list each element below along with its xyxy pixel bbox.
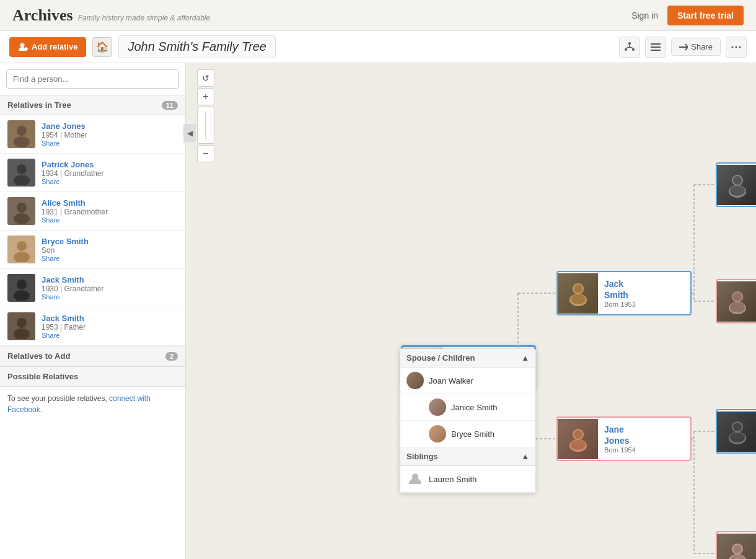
relative-info: Jane Jones 1954 | Mother Share (42, 121, 178, 147)
relatives-count-badge: 11 (162, 101, 178, 110)
relative-name[interactable]: Jack Smith (42, 314, 178, 323)
home-button[interactable]: 🏠 (92, 37, 112, 57)
sidebar-toggle-button[interactable]: ◀ (183, 124, 196, 143)
avatar (407, 372, 424, 389)
svg-point-58 (730, 302, 745, 312)
svg-point-24 (14, 290, 30, 301)
relative-share[interactable]: Share (42, 139, 178, 147)
svg-rect-9 (651, 43, 661, 45)
person-photo-patrick (722, 416, 753, 447)
zoom-in-button[interactable]: + (197, 88, 214, 105)
popup-person-name: Janice Smith (451, 403, 497, 412)
tree-view-icon (624, 42, 635, 53)
tree-node-jack-smith-father[interactable]: JackSmith Born 1953 (556, 271, 692, 315)
avatar (7, 312, 35, 340)
node-photo (717, 412, 756, 452)
toolbar: Add relative 🏠 John Smith's Family Tree (0, 31, 756, 63)
node-date: Born 1953 (604, 301, 684, 308)
node-info: JaneJones Born 1954 (598, 420, 690, 457)
node-name: JackSmith (604, 278, 684, 301)
svg-point-54 (730, 186, 745, 196)
person-photo-jack-father (563, 278, 594, 309)
header-actions: Sign in Start free trial (631, 6, 744, 25)
search-box (6, 69, 179, 89)
zoom-slider[interactable] (197, 107, 214, 144)
collapse-icon: ▲ (521, 452, 529, 461)
zoom-reset-button[interactable]: ↺ (197, 69, 214, 87)
list-item[interactable]: Alice Smith 1931 | Grandmother Share (0, 192, 185, 231)
home-icon: 🏠 (96, 41, 108, 53)
share-button[interactable]: Share (671, 38, 721, 56)
svg-point-13 (736, 46, 737, 48)
svg-point-3 (628, 42, 631, 45)
list-item[interactable]: Patrick Jones 1934 | Grandfather Share (0, 154, 185, 192)
add-relative-button[interactable]: Add relative (9, 37, 86, 57)
avatar (429, 398, 446, 416)
tree-node-pauline-walker[interactable]: PaulineWalker Born 1938 (716, 531, 756, 559)
relative-detail: Son (42, 246, 178, 255)
relative-name[interactable]: Jane Jones (42, 121, 178, 131)
zoom-out-button[interactable]: − (197, 145, 214, 162)
tree-title: John Smith's Family Tree (118, 35, 276, 58)
relative-name[interactable]: Patrick Jones (42, 160, 178, 169)
svg-point-25 (17, 318, 27, 328)
tree-node-patrick-jones[interactable]: PatrickJones Born 1934 (716, 409, 756, 454)
relative-share[interactable]: Share (42, 332, 178, 339)
chevron-left-icon: ◀ (187, 129, 193, 138)
svg-point-65 (733, 545, 742, 553)
relatives-to-add-header: Relatives to Add 2 (0, 346, 185, 366)
popup-item-lauren-smith[interactable]: Lauren Smith (400, 466, 535, 493)
node-photo (558, 419, 598, 459)
relative-info: Bryce Smith Son Share (42, 237, 178, 262)
list-view-button[interactable] (645, 37, 666, 58)
relative-share[interactable]: Share (42, 293, 178, 301)
relative-detail: 1931 | Grandmother (42, 208, 178, 216)
relative-share[interactable]: Share (42, 255, 178, 262)
relative-share[interactable]: Share (42, 178, 178, 185)
relative-info: Patrick Jones 1934 | Grandfather Share (42, 160, 178, 185)
node-photo (558, 273, 598, 314)
svg-point-20 (14, 213, 30, 224)
list-item[interactable]: Jack Smith 1953 | Father Share (0, 307, 185, 346)
tree-node-alice-smith[interactable]: AliceSmith Born 1931 (716, 279, 756, 324)
popup-item-janice-smith[interactable]: Janice Smith (400, 394, 535, 421)
node-photo (717, 281, 756, 322)
sign-in-link[interactable]: Sign in (631, 11, 658, 20)
spouse-children-header[interactable]: Spouse / Children ▲ (400, 349, 535, 368)
siblings-header[interactable]: Siblings ▲ (400, 447, 535, 466)
relative-share[interactable]: Share (42, 216, 178, 224)
relative-name[interactable]: Jack Smith (42, 275, 178, 284)
logo-tagline: Family history made simple & affordable (78, 14, 210, 22)
list-item[interactable]: Jack Smith 1930 | Grandfather Share (0, 269, 185, 307)
family-tree-view-button[interactable] (619, 37, 640, 58)
tree-node-jane-jones[interactable]: JaneJones Born 1954 (556, 416, 692, 461)
relative-name[interactable]: Bryce Smith (42, 237, 178, 246)
popup-item-joan-walker[interactable]: Joan Walker (400, 368, 535, 394)
avatar (7, 235, 35, 263)
more-options-button[interactable] (726, 37, 747, 58)
possible-relatives-text: To see your possible relatives, connect … (0, 387, 185, 421)
svg-rect-10 (651, 46, 661, 48)
person-photo-jane-jones (563, 423, 594, 454)
tree-node-jack-smith-grandfather[interactable]: JackSmith Born 1930 (716, 162, 756, 207)
svg-point-26 (14, 328, 30, 339)
avatar (7, 120, 35, 148)
relative-name[interactable]: Alice Smith (42, 198, 178, 208)
svg-point-50 (571, 440, 586, 450)
svg-point-57 (733, 293, 742, 301)
person-photo-pauline (722, 538, 753, 559)
svg-point-0 (20, 43, 25, 47)
svg-point-18 (14, 175, 30, 185)
list-item[interactable]: Bryce Smith Son Share (0, 231, 185, 269)
toolbar-right: Share (619, 37, 747, 58)
svg-point-14 (739, 46, 741, 48)
svg-point-19 (17, 203, 27, 213)
relatives-list: Jane Jones 1954 | Mother Share Patrick J… (0, 115, 185, 346)
svg-point-15 (17, 126, 27, 136)
popup-item-bryce-smith[interactable]: Bryce Smith (400, 421, 535, 447)
svg-point-45 (574, 284, 582, 293)
tree-canvas[interactable]: ↺ + − (186, 63, 756, 559)
start-trial-button[interactable]: Start free trial (667, 6, 744, 25)
search-input[interactable] (6, 69, 179, 89)
list-item[interactable]: Jane Jones 1954 | Mother Share (0, 115, 185, 154)
